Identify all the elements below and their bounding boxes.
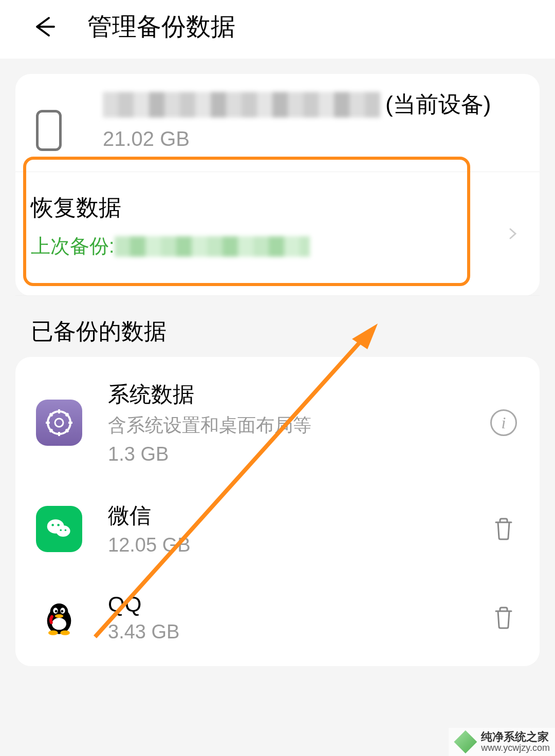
device-suffix: (当前设备): [385, 89, 491, 120]
qq-icon: [36, 595, 82, 641]
svg-point-23: [55, 614, 63, 618]
wechat-icon: [36, 506, 82, 552]
svg-point-1: [55, 419, 63, 427]
item-text: 系统数据 含系统设置和桌面布局等 1.3 GB: [108, 380, 488, 465]
gear-icon: [36, 400, 82, 446]
svg-point-24: [48, 630, 58, 635]
item-size: 1.3 GB: [108, 443, 488, 465]
svg-point-15: [64, 529, 66, 531]
svg-point-25: [60, 630, 70, 635]
item-size: 3.43 GB: [108, 621, 488, 643]
item-name: QQ: [108, 592, 488, 617]
delete-button[interactable]: [488, 602, 519, 633]
device-row[interactable]: (当前设备) 21.02 GB: [15, 74, 540, 161]
watermark-logo-icon: [454, 730, 477, 753]
backed-up-list: 系统数据 含系统设置和桌面布局等 1.3 GB i 微信 12.05 GB: [15, 357, 540, 666]
svg-point-21: [55, 610, 58, 612]
header: 管理备份数据: [0, 0, 555, 59]
trash-icon: [491, 516, 516, 542]
info-icon: i: [490, 409, 517, 436]
device-name-redacted: [103, 92, 380, 118]
watermark-name: 纯净系统之家: [481, 731, 550, 743]
chevron-right-icon: [507, 228, 519, 240]
svg-point-13: [57, 524, 60, 526]
device-size: 21.02 GB: [103, 127, 519, 150]
item-name: 微信: [108, 501, 488, 530]
svg-point-14: [60, 529, 62, 531]
svg-point-22: [61, 610, 64, 612]
svg-point-12: [51, 524, 54, 526]
backed-up-section-title: 已备份的数据: [0, 296, 555, 357]
item-name: 系统数据: [108, 380, 488, 409]
svg-point-18: [52, 618, 66, 630]
list-item-qq[interactable]: QQ 3.43 GB: [15, 574, 540, 661]
last-backup-label: 上次备份:: [31, 233, 115, 259]
item-desc: 含系统设置和桌面布局等: [108, 413, 488, 438]
page-title: 管理备份数据: [87, 10, 235, 43]
phone-icon: [36, 110, 62, 151]
item-size: 12.05 GB: [108, 534, 488, 556]
list-item-system[interactable]: 系统数据 含系统设置和桌面布局等 1.3 GB i: [15, 362, 540, 483]
restore-data-row[interactable]: 恢复数据 上次备份:: [15, 172, 540, 296]
back-button[interactable]: [31, 14, 57, 40]
info-button[interactable]: i: [488, 407, 519, 438]
device-info: (当前设备) 21.02 GB: [103, 89, 519, 150]
device-card: (当前设备) 21.02 GB 恢复数据 上次备份:: [15, 74, 540, 296]
list-item-wechat[interactable]: 微信 12.05 GB: [15, 483, 540, 574]
svg-point-11: [56, 525, 70, 537]
restore-subtitle: 上次备份:: [31, 233, 519, 259]
restore-title: 恢复数据: [31, 193, 519, 223]
delete-button[interactable]: [488, 514, 519, 544]
watermark-url: www.ycwjzy.com: [481, 743, 550, 753]
trash-icon: [491, 605, 516, 631]
item-text: 微信 12.05 GB: [108, 501, 488, 556]
last-backup-time-redacted: [115, 236, 310, 257]
item-text: QQ 3.43 GB: [108, 592, 488, 643]
watermark: 纯净系统之家 www.ycwjzy.com: [449, 728, 555, 756]
